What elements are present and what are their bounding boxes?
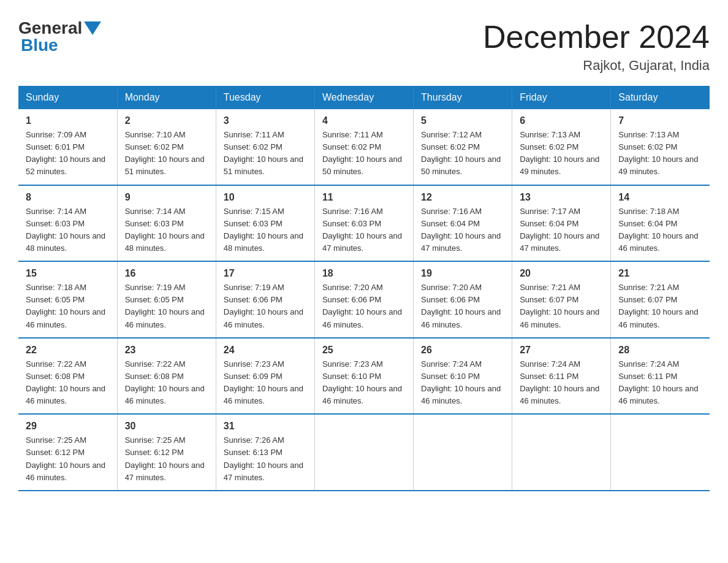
calendar-header-row: Sunday Monday Tuesday Wednesday Thursday… bbox=[18, 86, 710, 109]
day-number: 21 bbox=[618, 268, 702, 279]
day-number: 9 bbox=[125, 192, 208, 203]
header-tuesday: Tuesday bbox=[216, 86, 314, 109]
logo: General Blue bbox=[18, 18, 103, 55]
calendar-week-row: 15 Sunrise: 7:18 AMSunset: 6:05 PMDaylig… bbox=[18, 261, 710, 338]
day-number: 14 bbox=[618, 192, 702, 203]
day-number: 1 bbox=[26, 115, 110, 126]
day-number: 23 bbox=[125, 345, 208, 356]
day-number: 4 bbox=[322, 115, 406, 126]
day-info: Sunrise: 7:16 AMSunset: 6:04 PMDaylight:… bbox=[421, 205, 504, 255]
day-info: Sunrise: 7:11 AMSunset: 6:02 PMDaylight:… bbox=[322, 129, 406, 178]
day-info: Sunrise: 7:24 AMSunset: 6:11 PMDaylight:… bbox=[618, 358, 702, 408]
day-number: 5 bbox=[421, 115, 504, 126]
table-row: 3 Sunrise: 7:11 AMSunset: 6:02 PMDayligh… bbox=[216, 109, 314, 185]
table-row: 28 Sunrise: 7:24 AMSunset: 6:11 PMDaylig… bbox=[611, 338, 710, 415]
table-row: 23 Sunrise: 7:22 AMSunset: 6:08 PMDaylig… bbox=[117, 338, 216, 415]
table-row: 18 Sunrise: 7:20 AMSunset: 6:06 PMDaylig… bbox=[314, 261, 413, 338]
calendar-week-row: 1 Sunrise: 7:09 AMSunset: 6:01 PMDayligh… bbox=[18, 109, 710, 185]
day-number: 26 bbox=[421, 345, 504, 356]
day-number: 19 bbox=[421, 268, 504, 279]
day-info: Sunrise: 7:19 AMSunset: 6:06 PMDaylight:… bbox=[224, 282, 307, 331]
day-number: 18 bbox=[322, 268, 406, 279]
table-row: 9 Sunrise: 7:14 AMSunset: 6:03 PMDayligh… bbox=[117, 185, 216, 262]
header-wednesday: Wednesday bbox=[314, 86, 413, 109]
table-row: 20 Sunrise: 7:21 AMSunset: 6:07 PMDaylig… bbox=[512, 261, 611, 338]
day-info: Sunrise: 7:20 AMSunset: 6:06 PMDaylight:… bbox=[322, 282, 406, 331]
day-info: Sunrise: 7:13 AMSunset: 6:02 PMDaylight:… bbox=[618, 129, 702, 178]
calendar-week-row: 8 Sunrise: 7:14 AMSunset: 6:03 PMDayligh… bbox=[18, 185, 710, 262]
day-info: Sunrise: 7:09 AMSunset: 6:01 PMDaylight:… bbox=[26, 129, 110, 178]
table-row: 6 Sunrise: 7:13 AMSunset: 6:02 PMDayligh… bbox=[512, 109, 611, 185]
day-number: 30 bbox=[125, 421, 208, 432]
day-number: 2 bbox=[125, 115, 208, 126]
day-info: Sunrise: 7:23 AMSunset: 6:09 PMDaylight:… bbox=[224, 358, 307, 408]
day-number: 8 bbox=[26, 192, 110, 203]
day-info: Sunrise: 7:20 AMSunset: 6:06 PMDaylight:… bbox=[421, 282, 504, 331]
logo-triangle-icon bbox=[84, 21, 101, 35]
table-row: 31 Sunrise: 7:26 AMSunset: 6:13 PMDaylig… bbox=[216, 414, 314, 491]
table-row: 21 Sunrise: 7:21 AMSunset: 6:07 PMDaylig… bbox=[611, 261, 710, 338]
table-row bbox=[611, 414, 710, 491]
day-info: Sunrise: 7:25 AMSunset: 6:12 PMDaylight:… bbox=[125, 434, 208, 484]
table-row: 8 Sunrise: 7:14 AMSunset: 6:03 PMDayligh… bbox=[18, 185, 117, 262]
day-number: 20 bbox=[520, 268, 603, 279]
table-row: 16 Sunrise: 7:19 AMSunset: 6:05 PMDaylig… bbox=[117, 261, 216, 338]
table-row: 5 Sunrise: 7:12 AMSunset: 6:02 PMDayligh… bbox=[414, 109, 512, 185]
calendar-table: Sunday Monday Tuesday Wednesday Thursday… bbox=[18, 86, 710, 491]
day-info: Sunrise: 7:13 AMSunset: 6:02 PMDaylight:… bbox=[520, 129, 603, 178]
day-info: Sunrise: 7:25 AMSunset: 6:12 PMDaylight:… bbox=[26, 434, 110, 484]
table-row: 19 Sunrise: 7:20 AMSunset: 6:06 PMDaylig… bbox=[414, 261, 512, 338]
table-row: 24 Sunrise: 7:23 AMSunset: 6:09 PMDaylig… bbox=[216, 338, 314, 415]
table-row: 27 Sunrise: 7:24 AMSunset: 6:11 PMDaylig… bbox=[512, 338, 611, 415]
table-row: 15 Sunrise: 7:18 AMSunset: 6:05 PMDaylig… bbox=[18, 261, 117, 338]
day-info: Sunrise: 7:24 AMSunset: 6:11 PMDaylight:… bbox=[520, 358, 603, 408]
table-row: 13 Sunrise: 7:17 AMSunset: 6:04 PMDaylig… bbox=[512, 185, 611, 262]
day-number: 22 bbox=[26, 345, 110, 356]
table-row: 12 Sunrise: 7:16 AMSunset: 6:04 PMDaylig… bbox=[414, 185, 512, 262]
day-number: 24 bbox=[224, 345, 307, 356]
day-info: Sunrise: 7:22 AMSunset: 6:08 PMDaylight:… bbox=[125, 358, 208, 408]
day-info: Sunrise: 7:18 AMSunset: 6:05 PMDaylight:… bbox=[26, 282, 110, 331]
table-row: 2 Sunrise: 7:10 AMSunset: 6:02 PMDayligh… bbox=[117, 109, 216, 185]
table-row: 22 Sunrise: 7:22 AMSunset: 6:08 PMDaylig… bbox=[18, 338, 117, 415]
day-number: 6 bbox=[520, 115, 603, 126]
day-info: Sunrise: 7:18 AMSunset: 6:04 PMDaylight:… bbox=[618, 205, 702, 255]
table-row: 14 Sunrise: 7:18 AMSunset: 6:04 PMDaylig… bbox=[611, 185, 710, 262]
calendar-week-row: 29 Sunrise: 7:25 AMSunset: 6:12 PMDaylig… bbox=[18, 414, 710, 491]
day-info: Sunrise: 7:15 AMSunset: 6:03 PMDaylight:… bbox=[224, 205, 307, 255]
header-saturday: Saturday bbox=[611, 86, 710, 109]
day-info: Sunrise: 7:23 AMSunset: 6:10 PMDaylight:… bbox=[322, 358, 406, 408]
day-number: 29 bbox=[26, 421, 110, 432]
table-row: 11 Sunrise: 7:16 AMSunset: 6:03 PMDaylig… bbox=[314, 185, 413, 262]
day-info: Sunrise: 7:19 AMSunset: 6:05 PMDaylight:… bbox=[125, 282, 208, 331]
table-row bbox=[314, 414, 413, 491]
day-number: 7 bbox=[618, 115, 702, 126]
day-number: 15 bbox=[26, 268, 110, 279]
day-number: 10 bbox=[224, 192, 307, 203]
table-row: 29 Sunrise: 7:25 AMSunset: 6:12 PMDaylig… bbox=[18, 414, 117, 491]
day-number: 31 bbox=[224, 421, 307, 432]
table-row: 25 Sunrise: 7:23 AMSunset: 6:10 PMDaylig… bbox=[314, 338, 413, 415]
day-info: Sunrise: 7:11 AMSunset: 6:02 PMDaylight:… bbox=[224, 129, 307, 178]
table-row bbox=[414, 414, 512, 491]
table-row: 17 Sunrise: 7:19 AMSunset: 6:06 PMDaylig… bbox=[216, 261, 314, 338]
table-row: 7 Sunrise: 7:13 AMSunset: 6:02 PMDayligh… bbox=[611, 109, 710, 185]
day-number: 11 bbox=[322, 192, 406, 203]
title-section: December 2024 Rajkot, Gujarat, India bbox=[483, 18, 710, 74]
header-friday: Friday bbox=[512, 86, 611, 109]
day-info: Sunrise: 7:21 AMSunset: 6:07 PMDaylight:… bbox=[618, 282, 702, 331]
page-header: General Blue December 2024 Rajkot, Gujar… bbox=[18, 18, 710, 74]
calendar-week-row: 22 Sunrise: 7:22 AMSunset: 6:08 PMDaylig… bbox=[18, 338, 710, 415]
header-monday: Monday bbox=[117, 86, 216, 109]
day-info: Sunrise: 7:17 AMSunset: 6:04 PMDaylight:… bbox=[520, 205, 603, 255]
day-info: Sunrise: 7:16 AMSunset: 6:03 PMDaylight:… bbox=[322, 205, 406, 255]
table-row: 4 Sunrise: 7:11 AMSunset: 6:02 PMDayligh… bbox=[314, 109, 413, 185]
day-info: Sunrise: 7:12 AMSunset: 6:02 PMDaylight:… bbox=[421, 129, 504, 178]
day-info: Sunrise: 7:14 AMSunset: 6:03 PMDaylight:… bbox=[125, 205, 208, 255]
calendar-title: December 2024 bbox=[483, 18, 710, 55]
logo-blue-text: Blue bbox=[21, 36, 58, 55]
day-info: Sunrise: 7:10 AMSunset: 6:02 PMDaylight:… bbox=[125, 129, 208, 178]
day-info: Sunrise: 7:26 AMSunset: 6:13 PMDaylight:… bbox=[224, 434, 307, 484]
header-sunday: Sunday bbox=[18, 86, 117, 109]
table-row bbox=[512, 414, 611, 491]
